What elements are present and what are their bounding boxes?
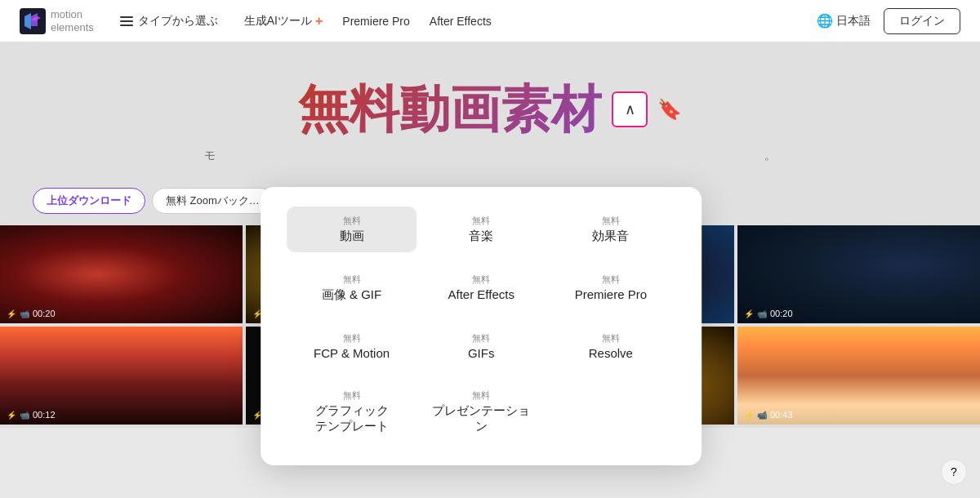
logo[interactable]: motion elements [20, 8, 94, 34]
video-meta-4: ⚡ 📹 00:20 [744, 309, 793, 318]
cam-icon: 📹 [757, 411, 767, 420]
language-button[interactable]: 🌐 日本語 [817, 13, 871, 29]
header: motion elements タイプから選ぶ 生成AIツール + Premie… [0, 0, 980, 42]
bookmark-button[interactable]: 🔖 [657, 98, 682, 121]
dropdown-item-gifs[interactable]: 無料 GIFs [416, 324, 546, 368]
tag-zoom-bg[interactable]: 無料 Zoomバック… [152, 188, 274, 214]
dropdown-item-after-effects[interactable]: 無料 After Effects [416, 265, 546, 311]
dropdown-item-presentation[interactable]: 無料 プレゼンテーション [416, 381, 546, 442]
video-thumb-4[interactable]: ⚡ 📹 00:20 [737, 225, 980, 323]
video-thumb-8[interactable]: ⚡ 📹 00:43 [737, 327, 980, 425]
ai-tools-nav[interactable]: 生成AIツール + [244, 14, 323, 29]
login-button[interactable]: ログイン [884, 8, 960, 34]
dropdown-menu: 無料 動画 無料 音楽 無料 効果音 無料 画像 & GIF 無料 Aft [261, 187, 702, 465]
lightning-icon: ⚡ [7, 309, 16, 318]
video-meta-1: ⚡ 📹 00:20 [7, 309, 56, 318]
lightning-icon: ⚡ [744, 411, 754, 420]
hero-section: 無料動画素材 ∧ 🔖 モ 。 [0, 42, 980, 180]
lightning-icon: ⚡ [7, 411, 16, 420]
premiere-pro-link[interactable]: Premiere Pro [342, 11, 409, 31]
after-effects-link[interactable]: After Effects [430, 11, 492, 31]
video-thumb-1[interactable]: ⚡ 📹 00:20 [0, 225, 243, 323]
dropdown-item-fcp-motion[interactable]: 無料 FCP & Motion [287, 324, 416, 368]
video-meta-8: ⚡ 📹 00:43 [744, 410, 793, 420]
tag-top-download[interactable]: 上位ダウンロード [33, 188, 145, 214]
dropdown-item-premiere-pro[interactable]: 無料 Premiere Pro [546, 265, 676, 311]
video-meta-5: ⚡ 📹 00:12 [7, 410, 56, 420]
ai-plus-icon: + [315, 14, 323, 29]
header-right: 🌐 日本語 ログイン [817, 8, 960, 34]
lightning-icon: ⚡ [744, 309, 754, 318]
dropdown-item-resolve[interactable]: 無料 Resolve [546, 324, 676, 368]
logo-text: motion elements [51, 8, 94, 33]
scroll-up-button[interactable]: ∧ [612, 91, 648, 127]
hamburger-icon [120, 16, 133, 26]
video-thumb-5[interactable]: ⚡ 📹 00:12 [0, 327, 243, 425]
dropdown-item-music[interactable]: 無料 音楽 [416, 207, 546, 252]
cam-icon: 📹 [757, 309, 767, 318]
dropdown-item-graphic-template[interactable]: 無料 グラフィック テンプレート [287, 381, 416, 442]
hero-title: 無料動画素材 ∧ 🔖 [298, 75, 682, 144]
cam-icon: 📹 [20, 309, 29, 318]
dropdown-item-image-gif[interactable]: 無料 画像 & GIF [287, 265, 416, 311]
dropdown-grid: 無料 動画 無料 音楽 無料 効果音 無料 画像 & GIF 無料 Aft [287, 207, 675, 442]
help-button[interactable]: ? [941, 459, 967, 485]
cam-icon: 📹 [20, 411, 29, 420]
dropdown-item-sfx[interactable]: 無料 効果音 [546, 207, 676, 252]
dropdown-item-video[interactable]: 無料 動画 [287, 207, 416, 252]
type-select-button[interactable]: タイプから選ぶ [114, 11, 225, 32]
globe-icon: 🌐 [817, 13, 833, 29]
hero-subtitle: モ 。 [0, 149, 980, 163]
main-content: 無料動画素材 ∧ 🔖 モ 。 上位ダウンロード 無料 Zoomバック… クラウド… [0, 42, 980, 428]
